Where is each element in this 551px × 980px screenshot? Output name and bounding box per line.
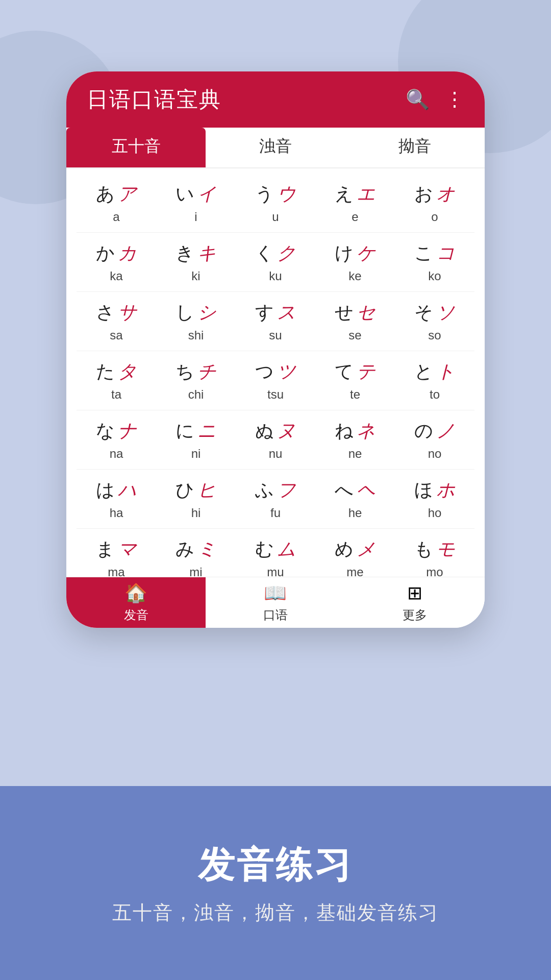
- katakana-char: タ: [118, 359, 137, 384]
- katakana-char: ム: [277, 537, 296, 562]
- hiragana-char: か: [96, 241, 115, 266]
- hiragana-char: し: [176, 300, 194, 325]
- hiragana-char: あ: [96, 182, 115, 207]
- nav-item-oral[interactable]: 📖 口语: [206, 577, 345, 628]
- katakana-char: マ: [118, 537, 137, 562]
- romaji-text: ko: [428, 269, 441, 283]
- romaji-text: tsu: [267, 387, 284, 402]
- kana-cell[interactable]: たタta: [81, 359, 152, 402]
- kana-cell[interactable]: むムmu: [240, 537, 311, 579]
- tab-youon[interactable]: 拗音: [345, 128, 485, 167]
- romaji-text: ho: [428, 506, 442, 520]
- book-icon: 📖: [264, 582, 287, 604]
- more-options-icon[interactable]: ⋮: [445, 88, 464, 111]
- katakana-char: ヒ: [197, 478, 216, 503]
- kana-cell[interactable]: うウu: [240, 182, 311, 224]
- kana-cell[interactable]: そソso: [399, 300, 470, 342]
- romaji-text: nu: [269, 447, 283, 461]
- kana-cell[interactable]: あアa: [81, 182, 152, 224]
- kana-cell[interactable]: こコko: [399, 241, 470, 283]
- katakana-char: ウ: [277, 182, 296, 207]
- katakana-char: ハ: [118, 478, 137, 503]
- romaji-text: a: [113, 210, 119, 224]
- kana-table: あアaいイiうウuえエeおオoかカkaきキkiくクkuけケkeこコkoさサsaし…: [66, 168, 485, 587]
- kana-cell[interactable]: めメme: [319, 537, 391, 579]
- romaji-text: u: [272, 210, 279, 224]
- home-icon: 🏠: [124, 582, 147, 604]
- kana-cell[interactable]: ふフfu: [240, 478, 311, 520]
- kana-cell[interactable]: もモmo: [399, 537, 470, 579]
- katakana-char: ケ: [357, 241, 375, 266]
- kana-cell[interactable]: なナna: [81, 419, 152, 461]
- tab-dakuon[interactable]: 浊音: [206, 128, 345, 167]
- search-icon[interactable]: 🔍: [406, 88, 430, 111]
- katakana-char: メ: [357, 537, 375, 562]
- nav-label-pronunciation: 发音: [124, 607, 148, 623]
- kana-cell[interactable]: ぬヌnu: [240, 419, 311, 461]
- katakana-char: ク: [277, 241, 296, 266]
- kana-cell[interactable]: はハha: [81, 478, 152, 520]
- phone-frame: 日语口语宝典 🔍 ⋮ 五十音 浊音 拗音 あアaいイiうウuえエeおオoかカka…: [66, 71, 485, 628]
- katakana-char: フ: [277, 478, 296, 503]
- kana-cell[interactable]: かカka: [81, 241, 152, 283]
- kana-cell[interactable]: えエe: [319, 182, 391, 224]
- romaji-text: ne: [348, 447, 362, 461]
- kana-cell[interactable]: きキki: [160, 241, 232, 283]
- kana-cell[interactable]: すスsu: [240, 300, 311, 342]
- katakana-char: テ: [357, 359, 375, 384]
- kana-cell[interactable]: へヘhe: [319, 478, 391, 520]
- kana-cell[interactable]: ほホho: [399, 478, 470, 520]
- kana-cell[interactable]: さサsa: [81, 300, 152, 342]
- katakana-char: ヌ: [277, 419, 296, 444]
- romaji-text: ku: [269, 269, 282, 283]
- nav-item-pronunciation[interactable]: 🏠 发音: [66, 577, 206, 628]
- katakana-char: ノ: [436, 419, 455, 444]
- hiragana-char: う: [255, 182, 274, 207]
- hiragana-char: そ: [414, 300, 433, 325]
- nav-item-more[interactable]: ⊞ 更多: [345, 577, 485, 628]
- katakana-char: オ: [436, 182, 455, 207]
- romaji-text: ki: [191, 269, 200, 283]
- kana-cell[interactable]: くクku: [240, 241, 311, 283]
- hiragana-char: む: [255, 537, 274, 562]
- hiragana-char: み: [176, 537, 194, 562]
- romaji-text: he: [348, 506, 362, 520]
- kana-cell[interactable]: まマma: [81, 537, 152, 579]
- kana-cell[interactable]: みミmi: [160, 537, 232, 579]
- katakana-char: ス: [277, 300, 296, 325]
- kana-cell[interactable]: とトto: [399, 359, 470, 402]
- app-header: 日语口语宝典 🔍 ⋮: [66, 71, 485, 128]
- katakana-char: シ: [197, 300, 216, 325]
- kana-cell[interactable]: のノno: [399, 419, 470, 461]
- kana-cell[interactable]: おオo: [399, 182, 470, 224]
- kana-row: はハhaひヒhiふフfuへヘheほホho: [77, 470, 474, 529]
- hiragana-char: も: [414, 537, 433, 562]
- hiragana-char: ほ: [414, 478, 433, 503]
- nav-label-oral: 口语: [263, 607, 288, 623]
- hiragana-char: の: [414, 419, 433, 444]
- hiragana-char: ま: [96, 537, 115, 562]
- hiragana-char: お: [414, 182, 433, 207]
- kana-cell[interactable]: しシshi: [160, 300, 232, 342]
- kana-row: あアaいイiうウuえエeおオo: [77, 174, 474, 233]
- kana-cell[interactable]: ねネne: [319, 419, 391, 461]
- kana-cell[interactable]: いイi: [160, 182, 232, 224]
- kana-row: さサsaしシshiすスsuせセseそソso: [77, 292, 474, 351]
- kana-cell[interactable]: にニni: [160, 419, 232, 461]
- katakana-char: サ: [118, 300, 137, 325]
- hiragana-char: す: [255, 300, 274, 325]
- kana-cell[interactable]: せセse: [319, 300, 391, 342]
- kana-cell[interactable]: けケke: [319, 241, 391, 283]
- kana-cell[interactable]: てテte: [319, 359, 391, 402]
- kana-cell[interactable]: つツtsu: [240, 359, 311, 402]
- kana-cell[interactable]: ひヒhi: [160, 478, 232, 520]
- hiragana-char: ね: [335, 419, 354, 444]
- hiragana-char: ふ: [255, 478, 274, 503]
- grid-icon: ⊞: [407, 582, 422, 604]
- katakana-char: ツ: [277, 359, 296, 384]
- tab-gojuuon[interactable]: 五十音: [66, 128, 206, 167]
- kana-cell[interactable]: ちチchi: [160, 359, 232, 402]
- katakana-char: コ: [436, 241, 455, 266]
- hiragana-char: て: [335, 359, 354, 384]
- hiragana-char: い: [176, 182, 194, 207]
